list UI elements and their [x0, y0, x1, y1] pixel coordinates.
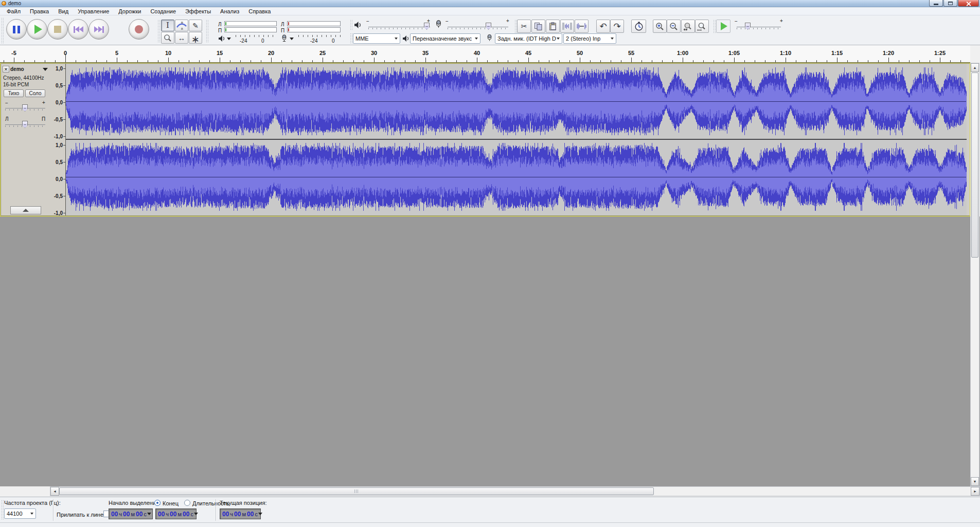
horizontal-scrollbar-thumb[interactable] — [59, 487, 654, 495]
waveform-display[interactable] — [66, 64, 970, 215]
skip-to-end-button[interactable] — [88, 19, 109, 40]
chevron-down-icon — [43, 68, 48, 71]
project-rate-combo[interactable]: 44100 — [4, 508, 36, 519]
zoom-out-button[interactable] — [667, 20, 681, 33]
input-volume-slider-track[interactable] — [448, 27, 508, 27]
playback-meter-right-bar[interactable] — [224, 27, 277, 32]
timer-record-button[interactable] — [631, 20, 646, 33]
vertical-scrollbar[interactable]: ▲ ▼ — [970, 63, 979, 486]
playback-meter-left-bar[interactable] — [224, 21, 277, 26]
scroll-down-button[interactable]: ▼ — [971, 477, 979, 486]
playback-device-combo[interactable]: Переназначение звукс — [410, 33, 480, 44]
mute-button[interactable]: Тихо — [4, 89, 24, 97]
mixer-toolbar-gripper[interactable] — [350, 20, 352, 30]
selection-end-timefield[interactable]: 00ч00м00с — [155, 508, 197, 519]
output-volume-slider-track[interactable] — [368, 27, 430, 27]
fit-project-button[interactable] — [695, 20, 709, 33]
chevron-down-icon[interactable] — [147, 513, 151, 515]
vertical-scrollbar-thumb[interactable] — [971, 72, 978, 258]
chevron-down-icon[interactable] — [258, 513, 262, 515]
play-button[interactable] — [27, 19, 47, 40]
timeline-ruler[interactable]: -505101520253035404550551:001:051:101:15… — [0, 45, 970, 63]
recording-device-value: Задн. мик. (IDT High D — [497, 35, 556, 42]
chevron-down-icon — [557, 38, 560, 40]
recording-channels-value: 2 (Stereo) Inp — [566, 35, 600, 42]
ruler-major-tick — [528, 58, 529, 62]
play-at-speed-button[interactable] — [716, 20, 730, 33]
multi-tool-button[interactable]: ∗ — [189, 32, 202, 44]
trim-audio-button[interactable] — [560, 20, 574, 33]
selection-start-timefield[interactable]: 00ч00м00с — [109, 508, 153, 519]
recording-device-combo[interactable]: Задн. мик. (IDT High D — [495, 33, 562, 44]
copy-button[interactable] — [531, 20, 545, 33]
close-button[interactable] — [958, 0, 979, 7]
meter-toolbar-gripper[interactable] — [206, 20, 208, 43]
device-toolbar-gripper[interactable] — [350, 33, 352, 43]
fit-selection-button[interactable] — [681, 20, 695, 33]
menu-item-2[interactable]: Вид — [54, 8, 73, 15]
time-shift-tool-button[interactable]: ↔ — [175, 32, 188, 44]
transport-toolbar-gripper[interactable] — [1, 17, 4, 43]
transcription-toolbar-gripper[interactable] — [713, 20, 716, 33]
minimize-button[interactable] — [929, 0, 943, 7]
tools-toolbar-gripper[interactable] — [157, 20, 160, 43]
playback-speed-slider-track[interactable] — [737, 27, 781, 27]
track-name-menu[interactable]: demo — [10, 66, 48, 72]
ruler-minor-tick — [600, 60, 601, 62]
recording-meter-mic-icon[interactable] — [281, 34, 288, 42]
menu-item-8[interactable]: Справка — [244, 8, 275, 15]
menu-item-1[interactable]: Правка — [25, 8, 54, 15]
audio-track: ✕ demo Стерео, 44100Hz 16-bit PCM Тихо С… — [0, 63, 970, 216]
vertical-scale-ruler[interactable]: 1,00,50,0-0,5-1,01,00,50,0-0,5-1,0 — [49, 64, 66, 215]
selection-tool-button[interactable]: I — [161, 20, 174, 31]
window-titlebar: demo — [0, 0, 980, 7]
window-controls — [929, 0, 979, 7]
record-button[interactable] — [129, 19, 149, 40]
selection-toolbar-gripper[interactable] — [1, 500, 4, 520]
ruler-minor-tick — [189, 60, 189, 62]
recording-meter-dropdown-arrow[interactable] — [290, 38, 294, 40]
menu-item-7[interactable]: Анализ — [216, 8, 244, 15]
silence-audio-button[interactable] — [575, 20, 589, 33]
scroll-up-button[interactable]: ▲ — [971, 63, 979, 72]
horizontal-scrollbar[interactable]: ◄ ► — [50, 486, 980, 496]
recording-channels-combo[interactable]: 2 (Stereo) Inp — [563, 33, 616, 44]
envelope-tool-button[interactable] — [175, 20, 188, 31]
draw-tool-button[interactable]: ✎ — [189, 20, 202, 31]
end-radio[interactable] — [154, 500, 161, 506]
chevron-down-icon[interactable] — [194, 513, 198, 515]
playback-meter-speaker-icon[interactable] — [218, 35, 225, 42]
ruler-label: 30 — [371, 50, 377, 56]
menu-item-5[interactable]: Создание — [146, 8, 181, 15]
solo-button[interactable]: Соло — [25, 89, 45, 97]
menu-item-6[interactable]: Эффекты — [181, 8, 216, 15]
skip-to-start-button[interactable] — [68, 19, 88, 40]
redo-button[interactable]: ↷ — [610, 20, 624, 33]
paste-button[interactable] — [546, 20, 560, 33]
scroll-left-button[interactable]: ◄ — [50, 487, 59, 496]
scroll-right-button[interactable]: ► — [971, 487, 979, 496]
position-timefield[interactable]: 00ч00м00с — [220, 508, 261, 519]
track-collapse-button[interactable] — [10, 206, 41, 214]
length-radio[interactable] — [184, 500, 190, 506]
pause-button[interactable] — [6, 19, 27, 40]
cut-button[interactable]: ✂ — [517, 20, 531, 33]
stop-button[interactable] — [47, 19, 68, 40]
zoom-tool-button[interactable] — [161, 32, 174, 44]
maximize-button[interactable] — [943, 0, 957, 7]
track-close-button[interactable]: ✕ — [3, 66, 9, 72]
ruler-minor-tick — [415, 60, 416, 62]
menu-item-0[interactable]: Файл — [2, 8, 25, 15]
workspace-background — [0, 216, 980, 486]
zoom-in-button[interactable] — [653, 20, 667, 33]
menu-item-3[interactable]: Управление — [73, 8, 114, 15]
output-volume-min-label: − — [366, 19, 369, 24]
recording-meter-left-bar[interactable] — [287, 21, 341, 26]
ruler-minor-tick — [34, 60, 35, 62]
menu-item-4[interactable]: Дорожки — [114, 8, 146, 15]
undo-button[interactable]: ↶ — [596, 20, 610, 33]
audio-host-combo[interactable]: MME — [353, 33, 400, 44]
recording-meter-right-bar[interactable] — [287, 27, 341, 32]
window-title: demo — [8, 0, 21, 7]
playback-meter-dropdown-arrow[interactable] — [227, 38, 231, 40]
